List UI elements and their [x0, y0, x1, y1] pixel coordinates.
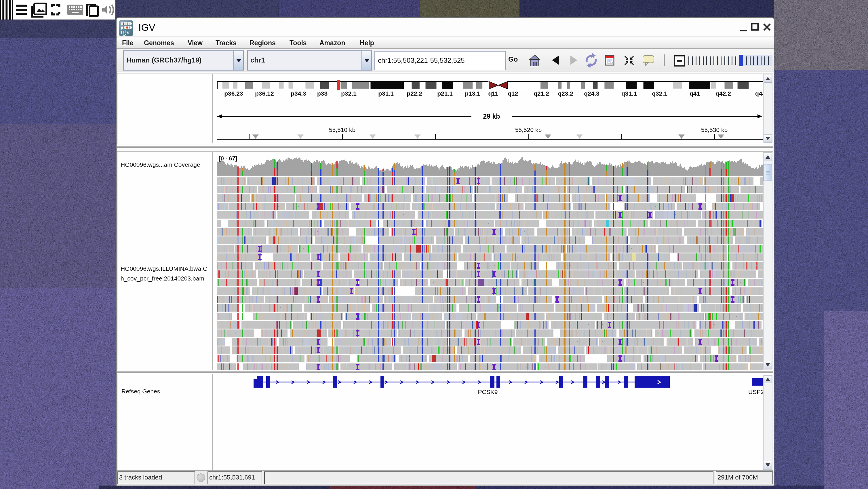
svg-text:p32.1: p32.1 — [341, 90, 356, 97]
svg-text:USP24: USP24 — [748, 389, 763, 395]
svg-text:p21.1: p21.1 — [437, 90, 453, 97]
svg-text:q41: q41 — [689, 90, 700, 97]
svg-text:igv: igv — [120, 28, 130, 36]
svg-text:p34.3: p34.3 — [291, 90, 306, 97]
svg-text:q11: q11 — [488, 90, 498, 97]
svg-text:q24.3: q24.3 — [584, 90, 599, 97]
svg-text:p33: p33 — [317, 90, 328, 97]
svg-text:q31.1: q31.1 — [621, 90, 637, 97]
svg-text:PCSK9: PCSK9 — [478, 389, 498, 395]
svg-text:p13.1: p13.1 — [465, 90, 480, 97]
svg-text:55,530 kb: 55,530 kb — [701, 126, 727, 133]
svg-text:p36.12: p36.12 — [255, 90, 274, 97]
svg-text:q32.1: q32.1 — [652, 90, 668, 97]
svg-text:q42.2: q42.2 — [715, 90, 731, 97]
svg-text:q12: q12 — [508, 90, 518, 97]
svg-text:[0 - 67]: [0 - 67] — [219, 155, 237, 162]
svg-text:p31.1: p31.1 — [378, 90, 394, 97]
svg-text:p36.23: p36.23 — [224, 90, 243, 97]
svg-text:55,510 kb: 55,510 kb — [329, 126, 355, 133]
svg-text:55,520 kb: 55,520 kb — [515, 126, 541, 133]
svg-text:q23.2: q23.2 — [558, 90, 573, 97]
svg-text:q21.2: q21.2 — [534, 90, 549, 97]
svg-text:p22.2: p22.2 — [407, 90, 422, 97]
svg-text:29 kb: 29 kb — [483, 113, 500, 120]
